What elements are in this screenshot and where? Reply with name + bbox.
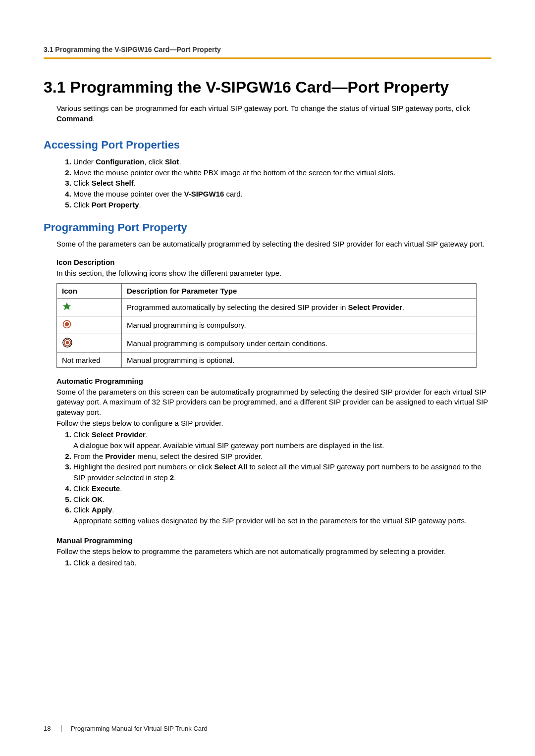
step-bold: Port Property [92, 201, 139, 209]
table-row: Manual programming is compulsory. [57, 316, 477, 334]
table-row: Not marked Manual programming is optiona… [57, 353, 477, 368]
list-item: Highlight the desired port numbers or cl… [73, 461, 491, 483]
step-text: card. [224, 190, 243, 198]
step-bold: Select Provider [92, 430, 146, 439]
auto-paragraph-1: Some of the parameters on this screen ca… [56, 387, 491, 417]
table-desc-cell: Manual programming is compulsory under c… [122, 334, 477, 353]
step-text: Click a desired tab. [73, 558, 137, 567]
step-text: . [139, 201, 141, 209]
step-text: Highlight the desired port numbers or cl… [73, 462, 214, 471]
svg-point-2 [65, 322, 69, 326]
step-text: Under [73, 157, 96, 166]
list-item: Click a desired tab. [73, 557, 491, 568]
intro-paragraph: Various settings can be programmed for e… [56, 103, 491, 124]
step-bold: Slot [165, 157, 179, 166]
automatic-programming-heading: Automatic Programming [56, 377, 491, 385]
document-page: 3.1 Programming the V-SIPGW16 Card—Port … [0, 0, 535, 756]
step-text: . [103, 495, 105, 504]
icon-cell-circle-outline [57, 334, 122, 353]
step-text: menu, select the desired SIP provider. [135, 452, 263, 460]
step-subtext: Appropriate setting values designated by… [73, 516, 467, 525]
table-desc-text: Programmed automatically by selecting th… [127, 303, 348, 311]
step-bold: Select Shelf [92, 179, 134, 187]
step-text: Click [73, 430, 92, 439]
star-icon [62, 302, 72, 313]
list-item: Click Select Provider. A dialogue box wi… [73, 429, 491, 451]
circle-outline-icon [62, 337, 73, 350]
page-title: 3.1 Programming the V-SIPGW16 Card—Port … [44, 78, 491, 97]
circle-solid-icon [62, 319, 72, 331]
table-header-desc: Description for Parameter Type [122, 284, 477, 299]
list-item: Click Apply. Appropriate setting values … [73, 504, 491, 526]
manual-steps-list: Click a desired tab. [56, 557, 491, 568]
step-text: . [120, 484, 122, 493]
icon-table: Icon Description for Parameter Type Prog… [56, 283, 477, 368]
list-item: Click Port Property. [73, 200, 491, 210]
manual-paragraph-1: Follow the steps below to programme the … [56, 547, 491, 556]
section-heading-programming: Programming Port Property [44, 221, 491, 234]
intro-text: Various settings can be programmed for e… [56, 104, 470, 112]
table-header-icon: Icon [57, 284, 122, 299]
step-text: From the [73, 452, 105, 460]
programming-intro: Some of the parameters can be automatica… [56, 239, 491, 249]
step-subtext: A dialogue box will appear. Available vi… [73, 441, 384, 450]
table-header-row: Icon Description for Parameter Type [57, 284, 477, 299]
step-text: Click [73, 505, 92, 514]
icon-cell-circle-solid [57, 316, 122, 334]
automatic-steps-list: Click Select Provider. A dialogue box wi… [56, 429, 491, 526]
step-bold: 2 [170, 473, 174, 482]
table-row: Manual programming is compulsory under c… [57, 334, 477, 353]
table-desc-bold: Select Provider [348, 303, 402, 311]
step-bold: Configuration [96, 157, 144, 166]
table-desc-cell: Manual programming is compulsory. [122, 316, 477, 334]
step-text: Click [73, 484, 92, 493]
step-bold: Select All [214, 462, 247, 471]
step-bold: Provider [105, 452, 135, 460]
step-text: . [179, 157, 181, 166]
running-header: 3.1 Programming the V-SIPGW16 Card—Port … [44, 46, 491, 53]
footer-doc-title: Programming Manual for Virtual SIP Trunk… [61, 725, 208, 732]
icon-description-heading: Icon Description [56, 258, 491, 266]
step-text: Click [73, 201, 92, 209]
intro-bold: Command [56, 114, 93, 123]
list-item: Click OK. [73, 494, 491, 505]
step-bold: Execute [92, 484, 120, 493]
list-item: From the Provider menu, select the desir… [73, 451, 491, 462]
footer-page-number: 18 [44, 725, 51, 732]
intro-text-end: . [93, 114, 95, 123]
step-text: , click [144, 157, 165, 166]
step-text: Move the mouse pointer over the white PB… [73, 168, 395, 177]
icon-description-text: In this section, the following icons sho… [56, 268, 491, 278]
step-bold: OK [92, 495, 103, 504]
section-heading-accessing: Accessing Port Properties [44, 139, 491, 151]
accessing-steps-list: Under Configuration, click Slot. Move th… [56, 156, 491, 210]
header-rule [44, 57, 491, 59]
manual-programming-heading: Manual Programming [56, 536, 491, 545]
step-text: Click [73, 179, 92, 187]
step-bold: V-SIPGW16 [184, 190, 224, 198]
svg-marker-0 [63, 302, 71, 310]
auto-paragraph-2: Follow the steps below to configure a SI… [56, 418, 491, 428]
step-text: . [174, 473, 176, 482]
list-item: Click Execute. [73, 483, 491, 494]
list-item: Move the mouse pointer over the V-SIPGW1… [73, 189, 491, 200]
svg-point-5 [66, 341, 69, 344]
step-text: Click [73, 495, 92, 504]
step-bold: Apply [92, 505, 112, 514]
icon-cell-not-marked: Not marked [57, 353, 122, 368]
page-footer: 18 Programming Manual for Virtual SIP Tr… [44, 725, 208, 732]
list-item: Under Configuration, click Slot. [73, 156, 491, 167]
list-item: Move the mouse pointer over the white PB… [73, 167, 491, 178]
list-item: Click Select Shelf. [73, 178, 491, 189]
step-text: . [146, 430, 148, 439]
table-desc-cell: Programmed automatically by selecting th… [122, 299, 477, 316]
step-text: . [134, 179, 136, 187]
table-row: Programmed automatically by selecting th… [57, 299, 477, 316]
step-text: Move the mouse pointer over the [73, 190, 184, 198]
table-desc-text: . [402, 303, 404, 311]
icon-cell-star [57, 299, 122, 316]
table-desc-cell: Manual programming is optional. [122, 353, 477, 368]
step-text: . [112, 505, 114, 514]
